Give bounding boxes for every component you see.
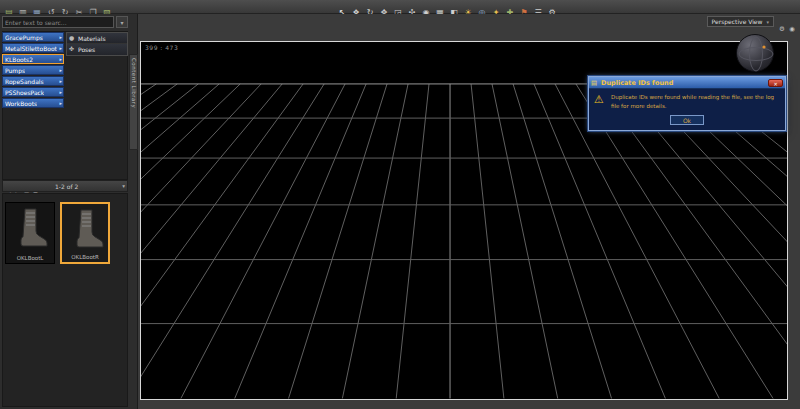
thumbnail-label: OKLBootL	[6, 255, 54, 261]
content-item-label: GracePumps	[5, 34, 43, 41]
render-size-label: 399 : 473	[145, 44, 178, 51]
tab-content-library-label: Content Library	[131, 58, 137, 108]
dialog-title: Duplicate IDs found	[601, 79, 673, 87]
content-item-workboots[interactable]: WorkBoots▸	[2, 98, 64, 108]
toolbar-file-group: ▤▥▦↺↻✂❐▧	[2, 0, 114, 14]
search-row: ▾	[2, 16, 136, 29]
main-toolbar: ▤▥▦↺↻✂❐▧ ↖❖↻✥◲✣◉▦◧☀◎✦✚⚑☰⚙	[0, 0, 800, 14]
materials-icon: ●	[69, 34, 74, 41]
submenu-arrow-icon: ▸	[59, 67, 62, 73]
close-icon[interactable]: ✕	[768, 79, 783, 87]
submenu-arrow-icon: ▸	[59, 89, 62, 95]
flyout-item-materials[interactable]: ●Materials	[67, 33, 127, 44]
view-selector-label: Perspective View	[712, 18, 763, 25]
content-item-list: GracePumps▸MetalStilettoBoots▸KLBoots2▸P…	[2, 32, 66, 109]
search-input[interactable]	[2, 16, 114, 28]
content-item-klboots2[interactable]: KLBoots2▸	[2, 54, 64, 64]
toolbar-tools-group: ↖❖↻✥◲✣◉▦◧☀◎✦✚⚑☰⚙	[335, 0, 559, 14]
flyout-item-poses[interactable]: ✤Poses	[67, 44, 127, 55]
content-item-label: MetalStilettoBoots	[5, 45, 57, 52]
asset-thumbnail-oklbootr[interactable]: OKLBootR	[60, 202, 110, 264]
content-item-pumps[interactable]: Pumps▸	[2, 65, 64, 75]
content-flyout-menu: ●Materials✤Poses	[66, 32, 128, 56]
viewport-icons-group: ⚙◉	[777, 16, 797, 35]
warning-icon: ⚠	[594, 94, 604, 106]
dialog-message: Duplicate IDs were found while reading t…	[611, 93, 780, 111]
pagination-label: 1-2 of 2	[55, 183, 78, 190]
submenu-arrow-icon: ▸	[59, 78, 62, 84]
chevron-down-icon: ▾	[766, 19, 769, 25]
ok-button[interactable]: Ok	[670, 115, 704, 125]
dialog-title-bar[interactable]: ▤ Duplicate IDs found ✕	[589, 77, 785, 89]
orbit-control-rings	[737, 35, 775, 73]
app-window: ▤▥▦↺↻✂❐▧ ↖❖↻✥◲✣◉▦◧☀◎✦✚⚑☰⚙ ▾ GracePumps▸M…	[0, 0, 800, 409]
content-item-ropesandals[interactable]: RopeSandals▸	[2, 76, 64, 86]
viewport-settings-icon[interactable]: ⚙	[777, 24, 787, 35]
tab-content-library[interactable]: Content Library	[129, 54, 138, 150]
sort-icon[interactable]: ▾	[122, 183, 125, 189]
submenu-arrow-icon: ▸	[59, 100, 62, 106]
duplicate-ids-dialog: ▤ Duplicate IDs found ✕ ⚠ Duplicate IDs …	[588, 76, 786, 131]
submenu-arrow-icon: ▸	[59, 45, 62, 51]
poses-icon: ✤	[69, 45, 74, 52]
thumbnail-toolbar-icons: ◀▶▦☰	[4, 181, 40, 192]
flyout-item-label: Materials	[78, 35, 106, 42]
search-options-icon[interactable]: ▾	[116, 16, 128, 28]
content-item-psshoespack[interactable]: PSShoesPack▸	[2, 87, 64, 97]
dialog-file-icon: ▤	[591, 79, 597, 87]
viewport[interactable]: 399 : 473 Perspective View▾ ⚙◉ ▤ Duplica…	[138, 14, 800, 409]
dialog-body: ⚠ Duplicate IDs were found while reading…	[589, 89, 785, 130]
content-item-label: KLBoots2	[5, 56, 33, 63]
thumbnail-toolbar: ◀▶▦☰ 1-2 of 2 ▾	[2, 180, 128, 192]
boot-image	[69, 207, 105, 249]
content-library-panel: ▾ GracePumps▸MetalStilettoBoots▸KLBoots2…	[0, 14, 138, 409]
submenu-arrow-icon: ▸	[59, 34, 62, 40]
asset-thumbnail-oklbootl[interactable]: OKLBootL	[5, 202, 55, 264]
orbit-control[interactable]	[736, 34, 774, 72]
view-selector[interactable]: Perspective View▾	[707, 16, 774, 27]
content-item-metalstilettoboots[interactable]: MetalStilettoBoots▸	[2, 43, 64, 53]
content-item-label: Pumps	[5, 67, 25, 74]
content-item-label: WorkBoots	[5, 100, 37, 107]
thumbnail-grid: OKLBootLOKLBootR	[5, 202, 115, 264]
flyout-item-label: Poses	[78, 46, 95, 53]
thumbnail-label: OKLBootR	[62, 254, 108, 260]
submenu-arrow-icon: ▸	[59, 56, 62, 62]
content-item-gracepumps[interactable]: GracePumps▸	[2, 32, 64, 42]
boot-image	[13, 206, 49, 248]
content-item-label: RopeSandals	[5, 78, 44, 85]
viewport-options-icon[interactable]: ◉	[787, 24, 797, 35]
content-item-label: PSShoesPack	[5, 89, 44, 96]
